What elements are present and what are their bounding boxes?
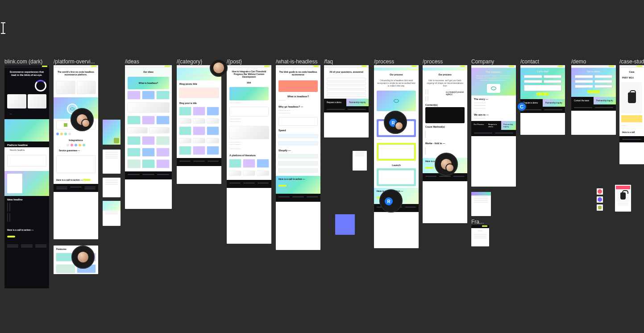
frame-demo-asset-1[interactable] <box>597 188 603 195</box>
demo-contact-card[interactable]: Contact the team <box>571 97 594 104</box>
company-process-card[interactable]: Our Process <box>471 121 486 130</box>
frame-label-contact[interactable]: /contact <box>520 58 539 65</box>
case-cta: Here is a call <box>622 131 635 133</box>
contact-partner-card[interactable]: Partnership inquiry <box>543 99 565 107</box>
frame-label-case[interactable]: /case-stud <box>619 58 644 65</box>
dot-icon <box>598 189 602 194</box>
frame-post[interactable]: How to Integrate a Cart Threshold Progre… <box>227 65 271 244</box>
faq-title: All of your questions, answered <box>324 68 369 77</box>
platform-hero: The world's first no-code headless ecomm… <box>54 68 98 79</box>
frame-faq-asset-1[interactable] <box>353 151 367 171</box>
frame-label-ideas[interactable]: /ideas <box>125 58 139 65</box>
frame-label-process1[interactable]: /process <box>374 58 394 65</box>
presence-avatar-6[interactable] <box>435 153 458 176</box>
company-demo-card[interactable]: Request a demo <box>486 121 501 130</box>
process1-launch-heading: Launch <box>374 162 419 167</box>
frame-platform-asset-2[interactable] <box>103 150 120 174</box>
home-results-heading: Results headline <box>7 149 46 154</box>
eye-icon <box>491 87 496 90</box>
presence-avatar-1[interactable] <box>71 108 94 131</box>
frame-label-process2[interactable]: /process <box>423 58 443 65</box>
frame-demo[interactable]: Get a demo Contact the team Partnership … <box>571 65 616 135</box>
platform-guarantees-heading: Service guarantees — <box>56 150 96 154</box>
frame-company[interactable]: The company blnk provides full e-Comm to… <box>471 65 516 187</box>
headless-what-heading: What is headless? <box>276 93 320 99</box>
faq-partner-card[interactable]: Partnership inquiry <box>346 99 369 106</box>
shopify-icon <box>598 206 602 209</box>
case-title: Case <box>619 68 644 77</box>
frame-platform-asset-1[interactable] <box>103 120 120 145</box>
frame-platform-asset-3[interactable] <box>103 178 120 197</box>
home-platform-heading: Platform headline <box>4 142 49 147</box>
frame-label-demo[interactable]: /demo <box>571 58 586 65</box>
headless-cta: Here is a call to action — <box>278 178 305 180</box>
frame-label-category[interactable]: /{category} <box>177 58 202 65</box>
platform-integrations-heading: Integrations <box>54 137 98 142</box>
frame-label-headless[interactable]: /what-is-headless <box>276 58 317 65</box>
frame-case-asset[interactable] <box>615 185 631 212</box>
presence-avatar-2[interactable] <box>71 246 95 269</box>
frame-demo-asset-3[interactable] <box>597 204 603 211</box>
avatar-letter: R <box>384 196 394 206</box>
process2-count-heading: Count Method(s) <box>423 123 467 129</box>
faq-demo-card[interactable]: Request a demo <box>324 99 346 106</box>
frame-process-2[interactable]: Our process blnk is innovative, we'll ge… <box>423 65 467 223</box>
presence-avatar-4[interactable]: R <box>384 111 407 134</box>
contact-submit-button[interactable] <box>536 92 549 96</box>
ideas-title: Our ideas <box>125 68 172 77</box>
post-literature-heading: A plethora of literature <box>227 152 271 158</box>
company-brand-text: blnk <box>471 229 489 233</box>
demo-title: Get a demo <box>575 70 612 73</box>
frame-process-1[interactable]: Our process Onboarding for a headless bl… <box>374 65 419 248</box>
process1-subtitle: Onboarding for a headless blnk retail ec… <box>374 79 419 89</box>
company-title: The company <box>474 71 513 73</box>
presence-avatar-3[interactable] <box>210 59 228 77</box>
frame-label-home[interactable]: blink.com (dark) <box>4 58 42 65</box>
company-subtitle: blnk provides full e-Comm to marketing a… <box>474 75 513 81</box>
post-title: How to Integrate a Cart Threshold Progre… <box>227 68 271 82</box>
headless-hero: The blnk guide to no-code headless ecomm… <box>276 68 320 79</box>
frame-label-extra[interactable]: Fra... <box>471 219 484 225</box>
category-post-title: Blog post is title <box>177 100 221 105</box>
frame-label-company[interactable]: Company <box>471 58 494 65</box>
design-canvas[interactable]: blink.com (dark) /platform-overvi... /id… <box>0 0 644 333</box>
ideas-question: What is headless? <box>139 82 158 84</box>
category-blog-title: Blog posts title <box>177 80 221 86</box>
demo-submit-button[interactable] <box>587 90 600 93</box>
frame-contact[interactable]: Let's chat Request a demo Partnership in… <box>520 65 565 135</box>
frame-demo-asset-2[interactable] <box>597 196 603 203</box>
eye-icon <box>394 99 399 103</box>
process2-subtitle: blnk is innovative, we'll get your back … <box>423 79 467 89</box>
headless-speed-heading: Speed <box>276 127 320 133</box>
frame-faq-asset-2[interactable] <box>335 214 355 235</box>
frame-company-brand[interactable]: blnk <box>471 225 489 246</box>
frame-home[interactable]: Ecommerce experiences that load in the b… <box>4 65 49 288</box>
frame-headless[interactable]: The blnk guide to no-code headless ecomm… <box>276 65 320 250</box>
home-cta: Here is a call to action — <box>7 229 33 231</box>
frame-ideas[interactable]: Our ideas What is headless? <box>125 65 172 209</box>
headless-shopify-heading: Shopify — <box>276 147 320 153</box>
frame-platform[interactable]: The world's first no-code headless ecomm… <box>54 65 98 239</box>
frame-label-platform[interactable]: /platform-overvi... <box>54 58 95 65</box>
frame-label-post[interactable]: /{post} <box>227 58 242 65</box>
frame-label-faq[interactable]: /faq <box>324 58 333 65</box>
frame-case-study[interactable]: Case PNRY WEA ........ Here is a call <box>619 65 644 164</box>
process2-make-heading: Marke - fold in — <box>423 140 467 146</box>
post-brand: blnk <box>227 82 271 86</box>
process2-content-heading: Content(s) <box>423 101 467 107</box>
frame-faq[interactable]: All of your questions, answered Request … <box>324 65 369 137</box>
presence-avatar-7[interactable]: C <box>517 102 527 112</box>
backpack-icon <box>620 192 626 200</box>
frame-category[interactable]: Ecommerce commerce Blog posts title Blog… <box>177 65 221 184</box>
demo-partner-card[interactable]: Partnership inquiry <box>594 97 616 104</box>
text-cursor <box>3 23 4 33</box>
category-title: Ecommerce commerce <box>186 74 212 77</box>
company-partner-card[interactable]: Partnership inquiry <box>501 121 516 130</box>
process2-title: Our process <box>423 71 467 79</box>
presence-avatar-5[interactable]: R <box>379 189 403 212</box>
backpack-icon <box>628 92 636 103</box>
frame-platform-asset-4[interactable] <box>103 201 120 226</box>
contact-title: Let's chat <box>524 70 561 73</box>
process1-title: Our process <box>374 71 419 79</box>
frame-company-asset[interactable] <box>471 192 491 216</box>
